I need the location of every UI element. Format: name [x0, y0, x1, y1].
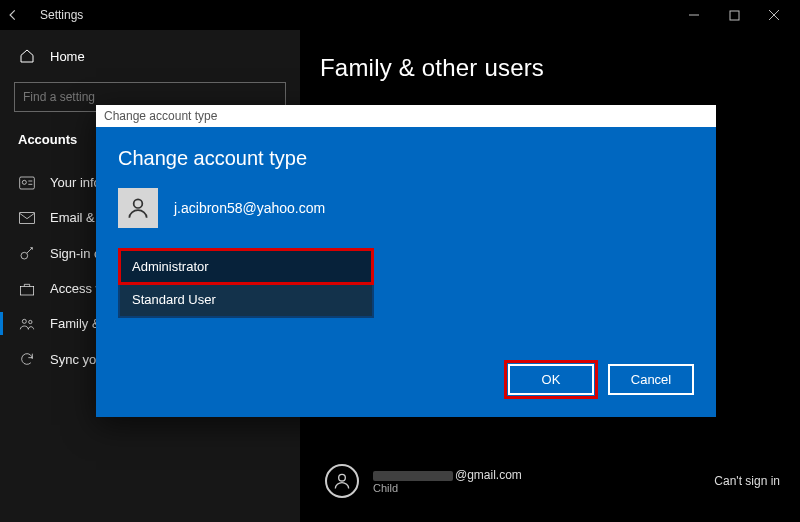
- sidebar-home[interactable]: Home: [0, 40, 300, 72]
- search-input[interactable]: [23, 90, 277, 104]
- maximize-button[interactable]: [714, 0, 754, 30]
- svg-point-12: [29, 320, 32, 323]
- mail-icon: [18, 212, 36, 224]
- key-icon: [18, 245, 36, 261]
- account-type-dropdown[interactable]: Administrator Standard User: [118, 248, 374, 318]
- svg-point-14: [134, 199, 143, 208]
- home-icon: [18, 48, 36, 64]
- cant-sign-in-label: Can't sign in: [714, 474, 780, 488]
- home-label: Home: [50, 49, 85, 64]
- minimize-button[interactable]: [674, 0, 714, 30]
- close-button[interactable]: [754, 0, 794, 30]
- dialog-heading: Change account type: [118, 147, 694, 170]
- svg-rect-1: [730, 11, 739, 20]
- dialog-account-email: j.acibron58@yahoo.com: [174, 200, 325, 216]
- dialog-account-identity: j.acibron58@yahoo.com: [118, 188, 694, 228]
- avatar-icon: [325, 464, 359, 498]
- listed-account-row[interactable]: @gmail.com Child Can't sign in: [325, 464, 780, 498]
- svg-rect-8: [20, 212, 35, 223]
- redacted-text: [373, 471, 453, 481]
- account-role: Child: [373, 482, 522, 494]
- svg-rect-10: [20, 286, 33, 295]
- svg-point-5: [22, 180, 26, 184]
- dialog-titlebar: Change account type: [96, 105, 716, 127]
- cancel-button[interactable]: Cancel: [608, 364, 694, 395]
- avatar-square-icon: [118, 188, 158, 228]
- dropdown-option-standard-user[interactable]: Standard User: [120, 283, 372, 316]
- person-card-icon: [18, 176, 36, 190]
- window-title: Settings: [40, 8, 83, 22]
- page-title: Family & other users: [320, 54, 782, 82]
- account-info: @gmail.com Child: [373, 468, 522, 494]
- briefcase-icon: [18, 282, 36, 296]
- change-account-type-dialog: Change account type Change account type …: [96, 105, 716, 417]
- svg-point-11: [22, 319, 26, 323]
- account-email: @gmail.com: [373, 468, 522, 482]
- svg-point-13: [339, 474, 346, 481]
- sync-icon: [18, 351, 36, 367]
- people-icon: [18, 317, 36, 331]
- sidebar-item-label: Your info: [50, 175, 101, 190]
- dropdown-option-administrator[interactable]: Administrator: [120, 250, 372, 283]
- back-button[interactable]: [6, 8, 34, 22]
- ok-button[interactable]: OK: [508, 364, 594, 395]
- svg-rect-4: [20, 177, 35, 189]
- window-titlebar: Settings: [0, 0, 800, 30]
- svg-point-9: [21, 252, 28, 259]
